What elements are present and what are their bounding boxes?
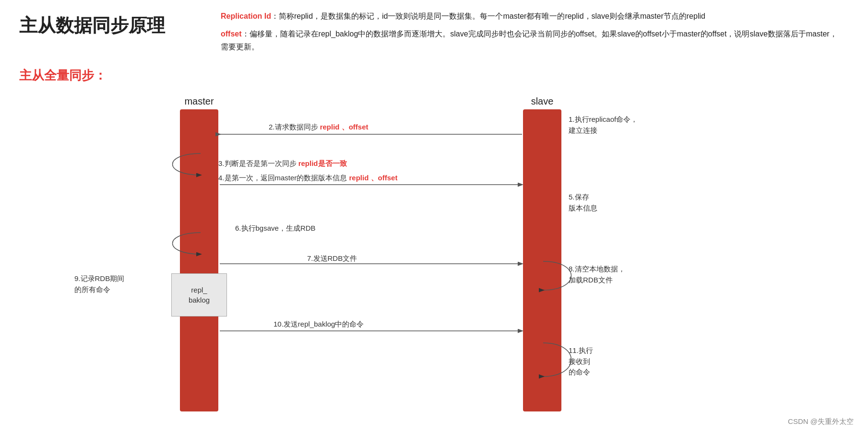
- step8-label: 8.清空本地数据， 加载RDB文件: [569, 264, 625, 285]
- slave-bar: [523, 109, 561, 411]
- step10-label: 10.发送repl_baklog中的命令: [273, 319, 364, 330]
- step4-highlight: replid 、offset: [349, 174, 398, 182]
- repl-baklog-box: repl_baklog: [171, 273, 227, 317]
- slave-label: slave: [523, 96, 561, 107]
- step2-label: 2.请求数据同步 replid 、offset: [269, 122, 369, 133]
- replid-label: Replication Id: [221, 12, 271, 20]
- step4-label: 4.是第一次，返回master的数据版本信息 replid 、offset: [218, 173, 397, 184]
- description-block: Replication Id：简称replid，是数据集的标记，id一致则说明是…: [221, 10, 844, 54]
- offset-label: offset: [221, 30, 242, 38]
- diagram: master slave repl_baklog: [0, 91, 868, 434]
- step5-label: 5.保存 版本信息: [569, 192, 597, 213]
- offset-text: ：偏移量，随着记录在repl_baklog中的数据增多而逐渐增大。slave完成…: [221, 30, 837, 51]
- desc-offset: offset：偏移量，随着记录在repl_baklog中的数据增多而逐渐增大。s…: [221, 27, 844, 53]
- step1-label: 1.执行replicaof命令， 建立连接: [569, 114, 638, 136]
- step6-label: 6.执行bgsave，生成RDB: [235, 223, 316, 234]
- step3-highlight: replid是否一致: [298, 159, 347, 167]
- arrows-svg: [0, 91, 868, 434]
- step7-label: 7.发送RDB文件: [307, 253, 357, 264]
- subtitle-suffix: ：: [94, 68, 107, 82]
- step3-prefix: 3.判断是否是第一次同步: [218, 159, 298, 167]
- step4-prefix: 4.是第一次，返回master的数据版本信息: [218, 174, 349, 182]
- step11-label: 11.执行 接收到 的命令: [569, 345, 593, 378]
- desc-replid: Replication Id：简称replid，是数据集的标记，id一致则说明是…: [221, 10, 844, 23]
- step2-prefix: 2.请求数据同步: [269, 123, 320, 131]
- master-bar: [180, 109, 218, 411]
- subtitle-prefix: 主从: [19, 68, 44, 82]
- step3-label: 3.判断是否是第一次同步 replid是否一致: [218, 158, 347, 169]
- watermark: CSDN @失重外太空: [788, 417, 854, 426]
- subtitle-highlight: 全量同步: [44, 68, 94, 82]
- page-title: 主从数据同步原理: [19, 13, 165, 38]
- step9-label: 9.记录RDB期间 的所有命令: [74, 273, 124, 295]
- step2-highlight: replid 、offset: [320, 123, 369, 131]
- subtitle: 主从全量同步：: [19, 67, 107, 84]
- replid-text: ：简称replid，是数据集的标记，id一致则说明是同一数据集。每一个maste…: [271, 12, 705, 20]
- master-label: master: [180, 96, 218, 107]
